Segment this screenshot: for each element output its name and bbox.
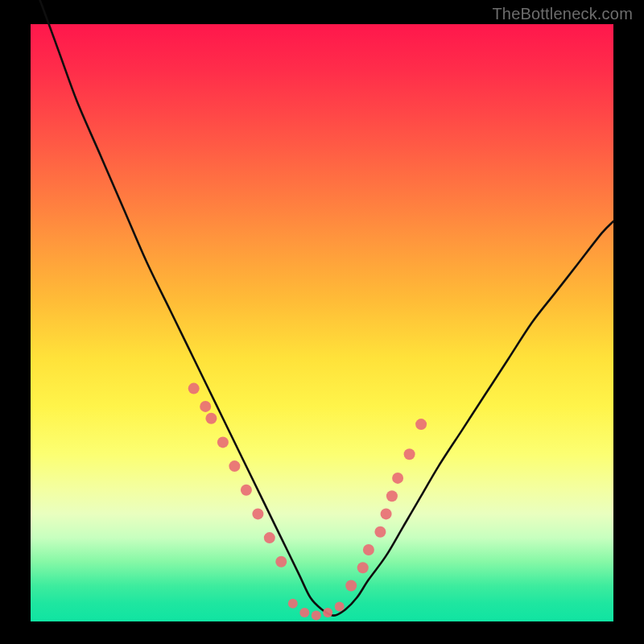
curve-marker bbox=[357, 562, 369, 573]
bottleneck-curve-svg bbox=[31, 24, 613, 621]
curve-marker bbox=[275, 556, 287, 568]
curve-marker bbox=[264, 532, 275, 543]
chart-frame: TheBottleneck.com bbox=[0, 0, 644, 644]
curve-marker bbox=[241, 485, 252, 496]
plot-area bbox=[31, 24, 613, 621]
curve-marker bbox=[288, 599, 298, 609]
curve-marker bbox=[404, 448, 415, 460]
curve-marker bbox=[188, 383, 200, 394]
curve-marker bbox=[229, 460, 240, 472]
curve-marker bbox=[415, 419, 427, 430]
curve-marker bbox=[252, 508, 263, 519]
curve-marker bbox=[217, 436, 229, 448]
curve-marker bbox=[299, 608, 309, 617]
bottleneck-curve bbox=[31, 0, 613, 616]
curve-marker bbox=[205, 413, 217, 424]
curve-marker bbox=[200, 401, 211, 412]
curve-marker bbox=[345, 580, 357, 592]
curve-marker bbox=[392, 473, 403, 484]
curve-marker bbox=[323, 608, 332, 617]
curve-marker bbox=[374, 526, 386, 538]
curve-marker bbox=[335, 602, 345, 612]
watermark-text: TheBottleneck.com bbox=[492, 5, 633, 23]
curve-marker bbox=[363, 544, 374, 555]
curve-marker bbox=[386, 490, 398, 502]
curve-group bbox=[31, 0, 613, 616]
curve-marker bbox=[381, 508, 392, 519]
curve-marker bbox=[312, 611, 321, 621]
